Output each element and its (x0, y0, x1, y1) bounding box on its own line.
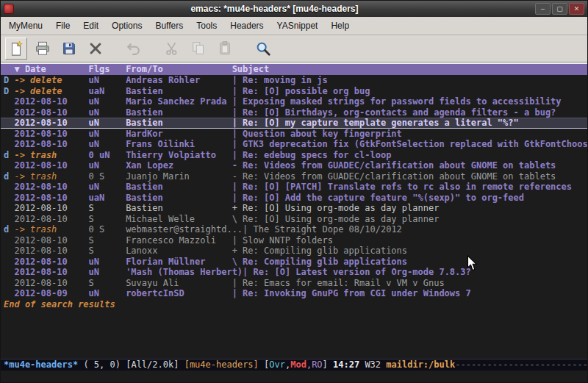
message-from: Bastien (126, 107, 232, 118)
title-bar[interactable]: emacs: *mu4e-headers* [mu4e-headers] – ▢… (1, 1, 587, 17)
message-row[interactable]: 2012-08-10uNMario Sanchez Prada| Exposin… (1, 96, 587, 107)
search-icon (255, 40, 271, 57)
message-from: Andreas Röhler (126, 75, 232, 86)
message-date: 2012-08-10 (14, 278, 88, 289)
maximize-button[interactable]: ▢ (552, 3, 567, 15)
message-flags: S (89, 203, 126, 214)
message-subject: | The Straight Dope 08/10/2012 (243, 224, 402, 235)
message-flags: uN (89, 75, 126, 86)
message-row[interactable]: 2012-08-10SLanoxx+ Re: Compiling glib ap… (1, 246, 587, 257)
mode-line-segment: ( 5, 0) (78, 359, 126, 370)
message-row[interactable]: 2012-08-10uNBastien| Re: [O] Birthdays, … (1, 107, 587, 118)
mode-line-segment: Ovr (269, 359, 285, 370)
message-row[interactable]: d-> trash0 SJuanjo Marin- Re: Videos fro… (1, 171, 587, 182)
menu-item-edit[interactable]: Edit (76, 18, 105, 34)
message-date: -> delete (14, 75, 88, 86)
message-row[interactable]: 2012-08-10SBastien+ Re: [O] Using org-mo… (1, 203, 587, 214)
menu-item-headers[interactable]: Headers (223, 18, 270, 34)
menu-item-mymenu[interactable]: MyMenu (2, 18, 49, 34)
message-row[interactable]: 2012-08-10uNXan Lopez- Re: Videos from G… (1, 160, 587, 171)
message-mark (4, 193, 14, 204)
message-row[interactable]: d-> trash0 uNThierry Volpiatto| Re: edeb… (1, 150, 587, 161)
message-mark: d (4, 150, 14, 161)
message-date: 2012-08-10 (14, 129, 88, 140)
message-row[interactable]: 2012-08-10uN'Mash (Thomas Herbert)| Re: … (1, 267, 587, 278)
message-row-current[interactable]: 2012-08-10uNBastien| Re: [O] my capture … (1, 118, 587, 129)
new-file-button[interactable] (5, 37, 27, 60)
new-file-icon (8, 40, 24, 57)
message-from: Bastien (126, 193, 232, 204)
message-from: 'Mash (Thomas Herbert) (126, 267, 243, 278)
message-date: -> trash (14, 171, 88, 182)
message-subject: + Re: Compiling glib applications (232, 246, 407, 257)
message-row[interactable]: 2012-08-09uNrobertcInSD| Re: Invoking Gn… (1, 288, 587, 299)
message-from: Florian Müllner (126, 257, 232, 268)
message-from: Juanjo Marin (126, 171, 232, 182)
close-buffer-icon (87, 40, 104, 57)
message-subject: | Re: Invoking GnuPG from CGI under Wind… (232, 288, 471, 299)
message-subject: | Re: [O] Birthdays, org-contacts and ag… (232, 107, 556, 118)
save-button[interactable] (58, 37, 80, 60)
mode-line[interactable]: *mu4e-headers* ( 5, 0) [All/2.0k] [mu4e-… (1, 359, 587, 371)
message-row[interactable]: 2012-08-10SMichael Welle\ Re: [O] Using … (1, 214, 587, 225)
menu-item-help[interactable]: Help (324, 18, 356, 34)
column-header-date[interactable]: ▼ Date (14, 64, 88, 75)
close-button[interactable]: ✕ (569, 3, 584, 15)
search-button[interactable] (252, 37, 274, 60)
message-from: Mario Sanchez Prada (126, 96, 232, 107)
message-from: Lanoxx (126, 246, 232, 257)
message-row[interactable]: D-> deleteuaNBastien| Re: [O] possible o… (1, 86, 587, 97)
message-subject: | Exposing masked strings for password f… (232, 96, 562, 107)
close-buffer-button[interactable] (85, 37, 107, 60)
menu-item-yasnippet[interactable]: YASnippet (270, 18, 325, 34)
print-button[interactable] (32, 37, 54, 60)
menu-item-buffers[interactable]: Buffers (148, 18, 190, 34)
message-mark (4, 288, 14, 299)
message-mark (4, 235, 14, 246)
message-from: Bastien (126, 182, 232, 193)
message-mark (4, 203, 14, 214)
message-subject: \ Re: Compiling glib applications (232, 257, 407, 268)
message-flags: uN (89, 257, 126, 268)
column-header-from[interactable]: From/To (126, 64, 232, 75)
message-row[interactable]: D-> deleteuNAndreas Röhler| Re: moving i… (1, 75, 587, 86)
menu-item-tools[interactable]: Tools (190, 18, 223, 34)
menu-item-options[interactable]: Options (105, 18, 148, 34)
message-subject: | Re: [O] possible org bug (232, 86, 370, 97)
message-mark (4, 257, 14, 268)
message-subject: - Re: Videos from GUADEC/clarification a… (232, 160, 556, 171)
message-row[interactable]: 2012-08-10uNHardKor| Question about key … (1, 129, 587, 140)
message-row[interactable]: d-> trash0 Swebmaster@straightd...| The … (1, 224, 587, 235)
mode-line-segment: [All/2.0k] (126, 359, 184, 370)
column-header-flags[interactable]: Flgs (89, 64, 126, 75)
minimize-button[interactable]: – (535, 3, 551, 15)
message-mark (4, 96, 14, 107)
message-flags: uN (89, 160, 126, 171)
window-title: emacs: *mu4e-headers* [mu4e-headers] (14, 4, 535, 14)
message-flags: S (89, 235, 126, 246)
message-date: -> trash (14, 224, 88, 235)
message-mark (4, 267, 14, 278)
message-mark (4, 214, 14, 225)
print-icon (35, 40, 51, 57)
menu-item-file[interactable]: File (49, 18, 76, 34)
message-mark (4, 278, 14, 289)
message-row[interactable]: 2012-08-10uaNBastien| Re: [O] Add the ca… (1, 193, 587, 204)
echo-area[interactable] (1, 371, 587, 382)
message-subject: | Re: [O] Add the capture feature "%(sex… (232, 193, 524, 204)
message-row[interactable]: 2012-08-10SSuvayu Ali| Re: Emacs for ema… (1, 278, 587, 289)
message-from: Bastien (126, 118, 232, 129)
message-date: 2012-08-10 (14, 182, 88, 193)
message-row[interactable]: 2012-08-10uNFlorian Müllner\ Re: Compili… (1, 257, 587, 268)
message-date: 2012-08-10 (14, 118, 88, 129)
column-header-subject[interactable]: Subject (232, 64, 270, 75)
message-date: 2012-08-10 (14, 203, 88, 214)
message-mark (4, 118, 14, 129)
mode-line-segment: ----------------------------------------… (455, 359, 587, 370)
message-date: -> trash (14, 150, 88, 161)
message-row[interactable]: 2012-08-10uNBastien| Re: [O] [PATCH] Tra… (1, 182, 587, 193)
message-mark (4, 139, 14, 150)
message-subject: | Re: moving in js (232, 75, 328, 86)
message-row[interactable]: 2012-08-10SFrancesco Mazzoli| Slow NNTP … (1, 235, 587, 246)
message-row[interactable]: 2012-08-10uNFrans Oilinki| GTK3 deprecat… (1, 139, 587, 150)
